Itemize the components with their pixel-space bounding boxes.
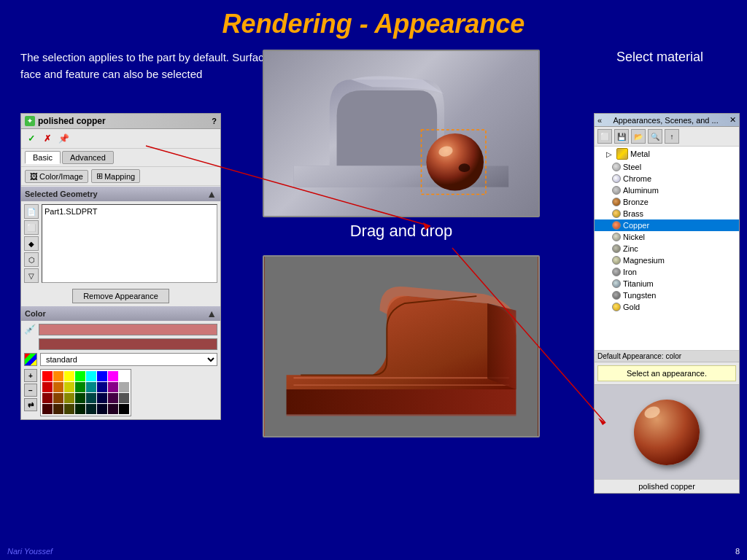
color-swatch-1[interactable] xyxy=(39,324,217,335)
tree-item-gold[interactable]: Gold xyxy=(595,301,739,313)
tree-item-nickel[interactable]: Nickel xyxy=(595,231,739,243)
accept-button[interactable]: ✓ xyxy=(25,132,38,145)
icon-tabs-row: 🖼 Color/Image ⊞ Mapping xyxy=(21,167,220,186)
tab-basic[interactable]: Basic xyxy=(25,151,61,164)
gold-icon xyxy=(612,303,621,311)
add-remove-btns: + − ⇄ xyxy=(24,369,37,411)
pin-button[interactable]: 📌 xyxy=(57,132,70,145)
ball-preview-highlight xyxy=(643,404,662,420)
color-cell-darkorange[interactable] xyxy=(53,382,63,392)
color-cell-blue[interactable] xyxy=(97,371,107,381)
color-cell-darkgreen[interactable] xyxy=(75,382,85,392)
color-cell-red[interactable] xyxy=(42,371,53,381)
color-cell-black[interactable] xyxy=(119,404,129,414)
tree-item-bronze[interactable]: Bronze xyxy=(595,196,739,208)
aluminum-icon xyxy=(612,186,621,195)
tree-item-zinc[interactable]: Zinc xyxy=(595,243,739,254)
app-toolbar-btn-3[interactable]: 📂 xyxy=(631,129,646,144)
tree-item-magnesium[interactable]: Magnesium xyxy=(595,254,739,266)
geo-list-box[interactable]: Part1.SLDPRT xyxy=(42,204,217,283)
color-cell-darkforest[interactable] xyxy=(75,404,85,414)
selected-geometry-title: Selected Geometry xyxy=(25,190,98,198)
tree-item-aluminum[interactable]: Aluminum xyxy=(595,184,739,196)
bronze-icon xyxy=(612,198,621,206)
color-section-title: Color xyxy=(25,309,46,318)
geo-btn-3[interactable]: ◆ xyxy=(24,236,39,251)
mapping-icon: ⊞ xyxy=(96,171,103,181)
tree-chrome-label: Chrome xyxy=(623,174,651,183)
material-tree[interactable]: ▷ Metal Steel Chrome Aluminum Bronze xyxy=(595,147,739,351)
tree-item-tungsten[interactable]: Tungsten xyxy=(595,289,739,301)
eyedropper-icon-2 xyxy=(24,338,36,350)
geo-btn-1[interactable]: 📄 xyxy=(24,204,39,219)
app-toolbar-btn-5[interactable]: ↑ xyxy=(665,129,679,144)
color-cell-darkgray[interactable] xyxy=(119,393,129,403)
color-cell-darknavy[interactable] xyxy=(97,404,107,414)
panel-question-mark[interactable]: ? xyxy=(212,117,217,125)
app-toolbar-btn-4[interactable]: 🔍 xyxy=(648,129,662,144)
geo-btn-4[interactable]: ⬡ xyxy=(24,252,39,267)
color-expand-icon[interactable]: ▲ xyxy=(206,308,217,319)
color-cell-purple[interactable] xyxy=(108,393,118,403)
panel-green-icon: ✦ xyxy=(25,116,35,126)
metal-folder-icon xyxy=(616,148,628,160)
color-cell-gray[interactable] xyxy=(119,382,129,392)
tab-color-image[interactable]: 🖼 Color/Image xyxy=(25,170,88,183)
color-cell-green[interactable] xyxy=(75,371,85,381)
select-material-label: Select material xyxy=(616,50,703,65)
geo-btn-2[interactable]: ⬜ xyxy=(24,220,39,235)
swap-color-button[interactable]: ⇄ xyxy=(24,398,37,411)
color-cell-veryolive[interactable] xyxy=(64,404,74,414)
color-cell-darkcyan[interactable] xyxy=(86,382,96,392)
selected-geometry-header[interactable]: Selected Geometry ▲ xyxy=(21,187,220,201)
color-cell-darkred[interactable] xyxy=(42,382,53,392)
tree-bronze-label: Bronze xyxy=(623,198,649,206)
color-cell-orange[interactable] xyxy=(53,371,63,381)
color-cell-verybrown[interactable] xyxy=(53,404,63,414)
tree-item-metal[interactable]: ▷ Metal xyxy=(595,147,739,161)
tab-mapping[interactable]: ⊞ Mapping xyxy=(91,169,140,183)
color-cell-cyan[interactable] xyxy=(86,371,96,381)
color-grid-area: + − ⇄ xyxy=(24,369,217,416)
cancel-button[interactable]: ✗ xyxy=(41,132,54,145)
tree-item-chrome[interactable]: Chrome xyxy=(595,173,739,184)
description-text: The selection applies to the part by def… xyxy=(20,50,283,82)
color-cell-navy[interactable] xyxy=(97,393,107,403)
remove-appearance-button[interactable]: Remove Appearance xyxy=(72,289,169,303)
color-section-header[interactable]: Color ▲ xyxy=(21,306,220,321)
color-cell-olive[interactable] xyxy=(64,393,74,403)
color-cell-verydark[interactable] xyxy=(42,404,53,414)
tab-advanced[interactable]: Advanced xyxy=(62,151,114,164)
tree-item-brass[interactable]: Brass xyxy=(595,208,739,219)
standard-dropdown[interactable]: standard xyxy=(40,353,217,366)
eyedropper-icon[interactable]: 💉 xyxy=(24,324,36,335)
geo-btn-5[interactable]: ▽ xyxy=(24,268,39,283)
color-cell-white[interactable] xyxy=(119,371,129,381)
color-cell-magenta[interactable] xyxy=(108,371,118,381)
bracket-svg xyxy=(264,51,538,216)
drag-drop-label: Drag and drop xyxy=(248,222,554,241)
color-cell-forest[interactable] xyxy=(75,393,85,403)
tree-item-iron[interactable]: Iron xyxy=(595,266,739,278)
color-cell-yellow[interactable] xyxy=(64,371,74,381)
appearances-close-icon[interactable]: ✕ xyxy=(729,115,736,125)
tree-item-steel[interactable]: Steel xyxy=(595,161,739,173)
color-cell-darkblue[interactable] xyxy=(97,382,107,392)
color-grid-icon[interactable] xyxy=(24,353,37,366)
color-cell-teal[interactable] xyxy=(86,393,96,403)
color-cell-maroon[interactable] xyxy=(42,393,53,403)
color-cell-brown[interactable] xyxy=(53,393,63,403)
expand-icon[interactable]: ▲ xyxy=(206,188,217,200)
color-cell-darkteal[interactable] xyxy=(86,404,96,414)
app-toolbar-btn-2[interactable]: 💾 xyxy=(614,129,629,144)
add-color-button[interactable]: + xyxy=(24,369,37,382)
app-toolbar-btn-1[interactable]: ⬜ xyxy=(597,129,612,144)
tree-item-copper[interactable]: Copper xyxy=(595,219,739,231)
color-cell-darkyellow[interactable] xyxy=(64,382,74,392)
color-swatch-2[interactable] xyxy=(39,338,217,350)
chrome-icon xyxy=(612,174,621,183)
tree-item-titanium[interactable]: Titanium xyxy=(595,278,739,289)
color-cell-darkpurple[interactable] xyxy=(108,404,118,414)
remove-color-button[interactable]: − xyxy=(24,384,37,397)
color-cell-darkmagenta[interactable] xyxy=(108,382,118,392)
